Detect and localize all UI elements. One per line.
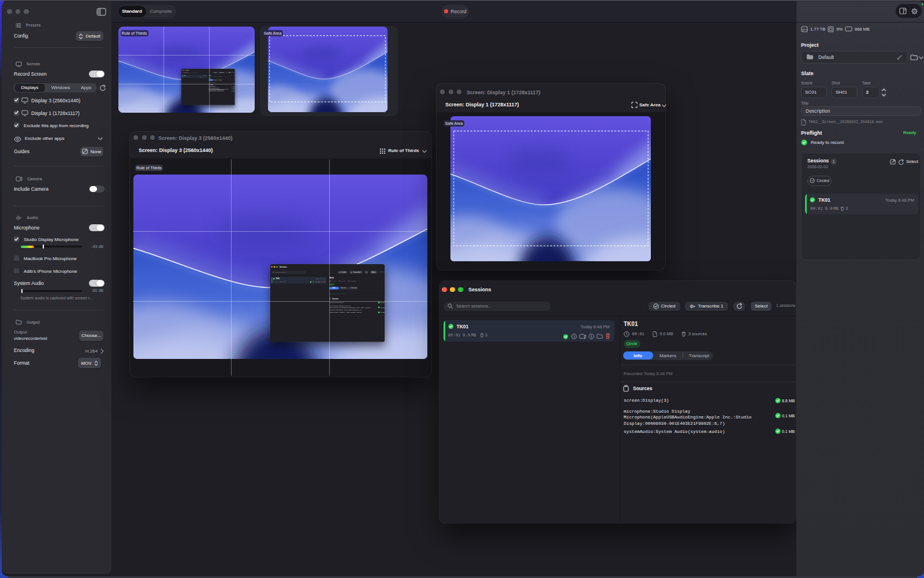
svg-text:3: 3 xyxy=(573,335,575,338)
svg-text:3: 3 xyxy=(313,281,314,282)
